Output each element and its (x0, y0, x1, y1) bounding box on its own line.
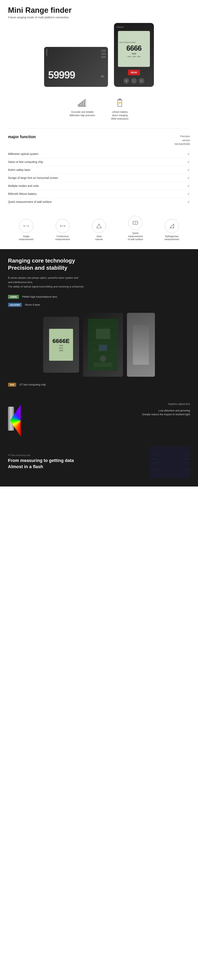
fast-badge-text: ST fast computing chip (19, 383, 46, 386)
features-list: Millimeter optical system ✓ Swiss st fas… (8, 150, 190, 206)
optics-label: Aspheric optical lens (103, 402, 190, 406)
tech-device-right-unit (127, 313, 155, 377)
device-ctrl-1[interactable]: ⊕ (124, 78, 129, 84)
device-ctrl-3[interactable]: ≡ (139, 78, 144, 84)
feature-name-0: Millimeter optical system (8, 152, 38, 156)
tech-device-screen: 6666E 195285233858 (49, 329, 73, 361)
feature-row: Millimeter optical system ✓ (8, 150, 190, 158)
svg-rect-6 (119, 99, 121, 100)
stable-badge: stable (8, 295, 19, 299)
version-code: SW-B40/50/60 (174, 142, 190, 146)
svg-rect-4 (84, 100, 86, 107)
tech-badge-stable: stable PMMA high transmittance lens (8, 295, 190, 299)
pythagorean-icon (165, 219, 179, 233)
device-screen-number: 6666 (126, 44, 141, 52)
mode-continuous: Continuousmeasurement (53, 219, 73, 241)
feature-row: Design of large font on horizontal scree… (8, 174, 190, 182)
svg-rect-34 (94, 363, 112, 367)
optics-section: Aspheric optical lens Low distortion ant… (0, 395, 198, 447)
feature-check-4: ✓ (187, 184, 190, 188)
stable-badge-text: PMMA high transmittance lens (22, 295, 57, 298)
hero-feature-icons: Accurate and reliableMillimeter high pre… (8, 93, 190, 124)
svg-rect-32 (99, 345, 107, 351)
pcb-visual (88, 319, 118, 371)
fast-badge: fast (8, 383, 16, 387)
svg-text:⚡: ⚡ (117, 100, 122, 105)
feature-name-6: Quick measurement of wall surface (8, 200, 52, 204)
tech-right-device-inner (133, 325, 149, 365)
tech-device-row: 6666E 195285233858 (8, 313, 190, 377)
feature-check-1: ✓ (187, 160, 190, 164)
svg-marker-18 (97, 224, 101, 228)
optics-right: Aspheric optical lens Low distortion ant… (103, 402, 190, 417)
continuous-measurement-icon (56, 219, 70, 233)
device-brand-left: SNDWAY (46, 49, 48, 56)
feature-name-2: Rohm safety laser (8, 168, 30, 172)
feature-name-4: Multiple modes and units (8, 184, 39, 188)
tech-screen-number: 6666E (52, 337, 70, 344)
optics-left (8, 402, 95, 439)
battery-icon-label: Lithium batterydirect charging8000 endur… (111, 110, 128, 120)
feature-row: Quick measurement of wall surface ✓ (8, 198, 190, 206)
tech-desc: B series adopts new phase optics, powerf… (8, 276, 108, 289)
mode-continuous-label: Continuousmeasurement (55, 235, 70, 241)
chip-visual: ST STM32Cortex (150, 447, 190, 479)
svg-rect-31 (96, 329, 110, 339)
bar-chart-icon (76, 97, 89, 109)
tech-device-pcb (83, 313, 123, 377)
hero-icon-precision: Accurate and reliableMillimeter high pre… (70, 97, 95, 120)
feature-row: Multiple modes and units ✓ (8, 182, 190, 190)
feature-row: Swiss st fast computing chip ✓ (8, 158, 190, 166)
mode-area: Areavolume (89, 219, 109, 241)
device-readings: 263812583538 (101, 49, 106, 59)
precision-icon-label: Accurate and reliableMillimeter high pre… (70, 110, 95, 117)
single-measurement-icon (19, 219, 33, 233)
tech-right-device-body (127, 313, 155, 377)
version-label: Precision version (174, 135, 190, 142)
feature-name-5: 850mAh lithium battery (8, 192, 36, 196)
optics-main-text: Low distortion anti jamming Greatly redu… (103, 409, 190, 417)
features-header: major function Precision version SW-B40/… (8, 135, 190, 146)
tech-screen-sub: 195285233858 (59, 344, 63, 352)
features-version: Precision version SW-B40/50/60 (174, 135, 190, 146)
features-title: major function (8, 135, 36, 139)
battery-icon: ⚡ (114, 97, 126, 109)
device-screen: Laser Distance Meter 6666 40M 2638125835… (118, 31, 150, 67)
feature-row: Rohm safety laser ✓ (8, 166, 190, 174)
chip-text: ST fast computing chip From measuring to… (8, 454, 142, 471)
chip-main-title: From measuring to getting data Almost in… (8, 458, 142, 470)
feature-check-6: ✓ (187, 200, 190, 204)
features-section: major function Precision version SW-B40/… (0, 129, 198, 212)
tech-pcb-inner (88, 319, 118, 371)
device-ctrl-2[interactable]: ○ (131, 78, 137, 84)
lens-visual (8, 402, 48, 439)
tech-badge-accurate: accurate Room Ⅱ laser (8, 303, 190, 307)
accurate-badge: accurate (8, 303, 22, 307)
hero-subtitle: Future ranging mode of multi platform co… (8, 16, 190, 19)
page-title: Mini Range finder (8, 6, 190, 14)
device-vertical: SNDWAY Laser Distance Meter 6666 40M 263… (114, 23, 154, 87)
chip-section: ST fast computing chip From measuring to… (0, 447, 198, 487)
mode-wall-label: Quickmeasurementof wall surface (128, 232, 143, 241)
accurate-badge-text: Room Ⅱ laser (25, 303, 40, 306)
device-screen-distance: 40M (132, 52, 136, 55)
mode-single-label: Singlemeasurement (19, 235, 33, 241)
svg-rect-3 (83, 101, 84, 107)
device-screen-readings: 263812583538 (127, 56, 140, 57)
svg-rect-2 (81, 102, 82, 107)
tech-title: Ranging core technology Precision and st… (8, 257, 190, 272)
chip-label: ST fast computing chip (8, 454, 142, 457)
feature-check-2: ✓ (187, 168, 190, 172)
svg-point-33 (100, 356, 106, 362)
feature-check-3: ✓ (187, 176, 190, 180)
feature-check-5: ✓ (187, 192, 190, 196)
mode-single: Singlemeasurement (16, 219, 36, 241)
mode-area-label: Areavolume (95, 235, 103, 241)
device-read-button[interactable]: READ (128, 70, 140, 75)
mode-wall: Quickmeasurementof wall surface (125, 216, 145, 241)
lens-rainbow-effect (10, 405, 46, 437)
wall-measurement-icon (128, 216, 142, 230)
device-controls: ⊕ ○ ≡ (124, 78, 144, 84)
hero-icon-battery: ⚡ Lithium batterydirect charging8000 end… (111, 97, 128, 120)
device-horizontal: SNDWAY 263812583538 (44, 47, 108, 87)
